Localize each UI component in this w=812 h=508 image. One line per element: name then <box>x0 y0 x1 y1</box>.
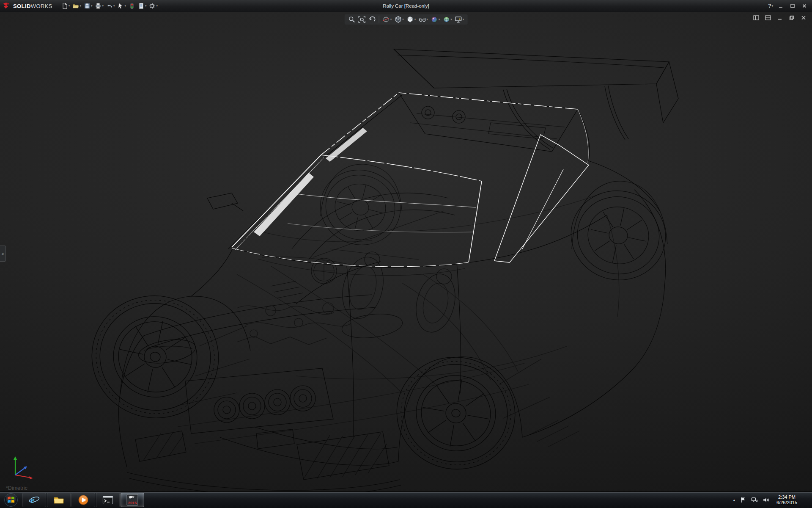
windows-taskbar: e <box>0 491 812 508</box>
zoom-to-fit-icon <box>348 16 356 23</box>
split-pane-vertical-icon <box>753 15 759 21</box>
view-settings-icon <box>455 16 462 23</box>
svg-text:e: e <box>30 494 35 505</box>
clock-time: 2:34 PM <box>776 494 797 500</box>
previous-view-icon <box>368 16 376 23</box>
start-button[interactable] <box>0 492 22 508</box>
select-cursor-icon <box>117 3 124 9</box>
chevron-right-icon: » <box>2 251 4 256</box>
system-tray: ▴ 2:34 PM 6/26/2015 <box>733 492 812 508</box>
clock-date: 6/26/2015 <box>776 500 797 505</box>
select-button[interactable]: ▾ <box>116 1 127 11</box>
taskbar-command-prompt[interactable] <box>96 493 120 507</box>
titlebar: SOLIDWORKS ▾ ▾ ▾ <box>0 0 812 12</box>
dropdown-caret-icon: ▾ <box>426 18 428 21</box>
display-style-button[interactable]: ▾ <box>406 15 417 24</box>
command-prompt-icon <box>102 494 114 506</box>
solidworks-year-badge: 2015 <box>128 501 137 505</box>
taskbar-media-player[interactable] <box>71 493 95 507</box>
dropdown-caret-icon: ▾ <box>69 4 70 8</box>
dropdown-caret-icon: ▾ <box>102 4 104 8</box>
help-button[interactable]: ?▾ <box>766 3 775 9</box>
minimize-document-button[interactable] <box>776 14 784 22</box>
split-pane-horizontal-icon <box>765 15 771 21</box>
file-properties-icon <box>138 3 145 9</box>
taskbar-windows-explorer[interactable] <box>47 493 71 507</box>
titlebar-controls: ?▾ <box>766 1 812 11</box>
restore-document-button[interactable] <box>787 14 796 22</box>
heads-up-view-toolbar: ▾ ▾ ▾ ▾ <box>345 14 468 25</box>
graphics-viewport[interactable]: ▾ ▾ ▾ ▾ <box>0 12 812 492</box>
view-orientation-label: *Dimetric <box>6 485 27 491</box>
view-settings-button[interactable]: ▾ <box>454 15 465 24</box>
document-title: Rally Car [Read-only] <box>383 3 429 8</box>
minimize-icon <box>778 3 783 8</box>
open-document-icon <box>72 3 79 9</box>
network-icon[interactable] <box>751 497 758 503</box>
feature-manager-flyout-tab[interactable]: » <box>0 246 6 262</box>
dropdown-caret-icon: ▾ <box>80 4 81 8</box>
solidworks-logo: SOLIDWORKS <box>0 2 57 10</box>
dropdown-caret-icon: ▾ <box>156 4 158 8</box>
maximize-icon <box>790 3 795 8</box>
view-orientation-cube-icon <box>394 16 402 23</box>
section-view-icon <box>382 16 390 23</box>
dropdown-caret-icon: ▾ <box>113 4 115 8</box>
rally-car-wireframe <box>0 12 812 492</box>
new-document-button[interactable]: ▾ <box>60 1 71 11</box>
hide-show-glasses-icon <box>418 16 426 23</box>
options-gear-icon <box>149 3 156 9</box>
close-button[interactable] <box>798 1 810 11</box>
taskbar-clock[interactable]: 2:34 PM 6/26/2015 <box>774 494 800 505</box>
zoom-to-fit-button[interactable] <box>347 15 357 24</box>
front-left-wheel <box>80 284 230 430</box>
dropdown-caret-icon: ▾ <box>402 18 404 21</box>
taskbar-solidworks[interactable]: 2015 <box>121 493 144 507</box>
rebuild-button[interactable] <box>127 1 137 11</box>
dropdown-caret-icon: ▾ <box>771 4 773 8</box>
windows-start-orb-icon <box>4 493 18 507</box>
dropdown-caret-icon: ▾ <box>145 4 147 8</box>
dropdown-caret-icon: ▾ <box>414 18 416 21</box>
close-document-button[interactable] <box>799 14 808 22</box>
folder-icon <box>53 494 65 506</box>
previous-view-button[interactable] <box>368 15 377 24</box>
taskbar-internet-explorer[interactable]: e <box>22 493 46 507</box>
minimize-icon <box>777 15 783 21</box>
save-button[interactable]: ▾ <box>82 1 94 11</box>
dropdown-caret-icon: ▾ <box>439 18 440 21</box>
undo-button[interactable]: ▾ <box>105 1 116 11</box>
view-orientation-button[interactable]: ▾ <box>393 15 405 24</box>
apply-scene-button[interactable]: ▾ <box>442 15 453 24</box>
edit-appearance-button[interactable]: ▾ <box>430 15 441 24</box>
maximize-button[interactable] <box>787 1 798 11</box>
brand-text: SOLIDWORKS <box>13 3 52 9</box>
zoom-to-area-button[interactable] <box>357 15 367 24</box>
show-hidden-icons-button[interactable]: ▴ <box>733 498 735 502</box>
options-button[interactable]: ▾ <box>148 1 159 11</box>
apply-scene-globe-icon <box>442 16 450 23</box>
save-icon <box>84 3 91 9</box>
section-view-button[interactable]: ▾ <box>381 15 393 24</box>
close-icon <box>801 15 807 21</box>
open-document-button[interactable]: ▾ <box>71 1 82 11</box>
orientation-triad <box>8 450 39 481</box>
display-style-icon <box>406 16 414 23</box>
edit-appearance-ball-icon <box>431 16 438 23</box>
restore-icon <box>789 15 795 21</box>
action-center-flag-icon[interactable] <box>740 497 746 503</box>
dropdown-caret-icon: ▾ <box>91 4 93 8</box>
hide-show-items-button[interactable]: ▾ <box>417 15 429 24</box>
minimize-button[interactable] <box>775 1 787 11</box>
undo-icon <box>106 3 113 9</box>
show-panes-button[interactable] <box>764 14 772 22</box>
print-button[interactable]: ▾ <box>93 1 105 11</box>
show-feature-tree-button[interactable] <box>752 14 760 22</box>
solidworks-logo-icon <box>3 2 11 10</box>
file-properties-button[interactable]: ▾ <box>137 1 148 11</box>
solidworks-window: SOLIDWORKS ▾ ▾ ▾ <box>0 0 812 508</box>
solidworks-2015-icon: 2015 <box>126 494 139 506</box>
volume-icon[interactable] <box>763 497 769 503</box>
toolbar-separator <box>379 16 379 23</box>
zoom-to-area-icon <box>358 16 366 23</box>
